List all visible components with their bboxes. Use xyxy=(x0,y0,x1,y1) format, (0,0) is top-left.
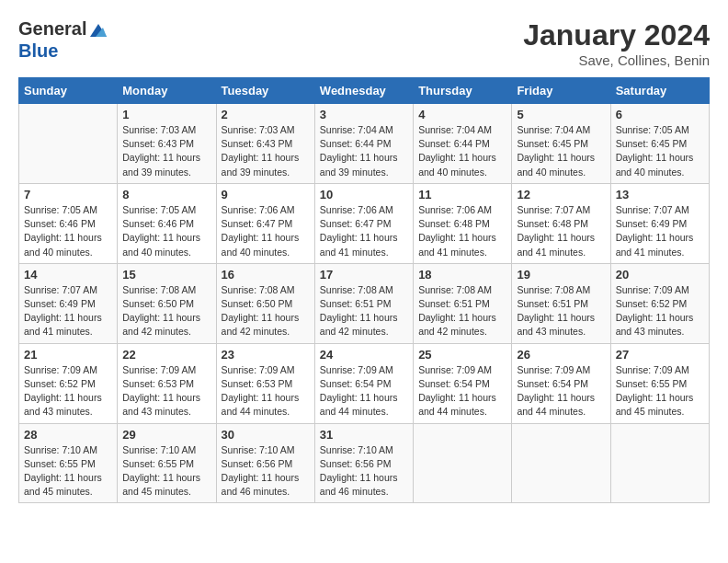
week-row-1: 1Sunrise: 7:03 AMSunset: 6:43 PMDaylight… xyxy=(19,104,710,184)
day-info: Sunrise: 7:09 AMSunset: 6:52 PMDaylight:… xyxy=(616,283,704,339)
day-number: 11 xyxy=(418,188,506,201)
day-number: 12 xyxy=(517,188,605,201)
day-cell xyxy=(512,423,610,503)
day-number: 19 xyxy=(517,268,605,282)
day-info: Sunrise: 7:08 AMSunset: 6:50 PMDaylight:… xyxy=(222,283,310,339)
day-cell: 11Sunrise: 7:06 AMSunset: 6:48 PMDayligh… xyxy=(414,183,512,263)
day-cell xyxy=(19,104,118,184)
day-info: Sunrise: 7:06 AMSunset: 6:47 PMDaylight:… xyxy=(222,203,310,259)
header-cell-wednesday: Wednesday xyxy=(314,78,413,104)
logo-text: General xyxy=(18,18,108,40)
day-info: Sunrise: 7:03 AMSunset: 6:43 PMDaylight:… xyxy=(122,123,210,179)
day-number: 22 xyxy=(122,348,210,362)
day-cell: 21Sunrise: 7:09 AMSunset: 6:52 PMDayligh… xyxy=(19,343,118,423)
day-info: Sunrise: 7:10 AMSunset: 6:56 PMDaylight:… xyxy=(320,443,408,500)
header-cell-sunday: Sunday xyxy=(19,78,118,104)
day-info: Sunrise: 7:04 AMSunset: 6:45 PMDaylight:… xyxy=(517,123,605,179)
day-number: 10 xyxy=(320,188,408,201)
day-cell: 24Sunrise: 7:09 AMSunset: 6:54 PMDayligh… xyxy=(314,343,413,423)
day-cell: 14Sunrise: 7:07 AMSunset: 6:49 PMDayligh… xyxy=(19,263,118,343)
day-number: 26 xyxy=(517,348,605,362)
day-info: Sunrise: 7:07 AMSunset: 6:48 PMDaylight:… xyxy=(517,203,605,259)
day-number: 18 xyxy=(418,268,506,282)
day-cell: 13Sunrise: 7:07 AMSunset: 6:49 PMDayligh… xyxy=(610,183,709,263)
day-number: 23 xyxy=(222,348,310,362)
day-cell: 20Sunrise: 7:09 AMSunset: 6:52 PMDayligh… xyxy=(610,263,709,343)
day-cell: 17Sunrise: 7:08 AMSunset: 6:51 PMDayligh… xyxy=(314,263,413,343)
logo: General Blue xyxy=(18,18,108,61)
day-info: Sunrise: 7:05 AMSunset: 6:46 PMDaylight:… xyxy=(24,203,112,259)
day-cell: 10Sunrise: 7:06 AMSunset: 6:47 PMDayligh… xyxy=(314,183,413,263)
title-block: January 2024 Save, Collines, Benin xyxy=(523,18,710,68)
day-number: 21 xyxy=(24,348,112,362)
day-number: 5 xyxy=(517,108,605,121)
day-cell: 12Sunrise: 7:07 AMSunset: 6:48 PMDayligh… xyxy=(512,183,610,263)
day-number: 2 xyxy=(222,108,310,121)
day-cell: 18Sunrise: 7:08 AMSunset: 6:51 PMDayligh… xyxy=(414,263,512,343)
day-cell: 23Sunrise: 7:09 AMSunset: 6:53 PMDayligh… xyxy=(216,343,314,423)
day-number: 6 xyxy=(616,108,704,121)
day-info: Sunrise: 7:09 AMSunset: 6:52 PMDaylight:… xyxy=(24,363,112,419)
day-info: Sunrise: 7:05 AMSunset: 6:45 PMDaylight:… xyxy=(616,123,704,179)
day-info: Sunrise: 7:09 AMSunset: 6:54 PMDaylight:… xyxy=(517,363,605,419)
logo-icon xyxy=(88,20,108,40)
calendar-body: 1Sunrise: 7:03 AMSunset: 6:43 PMDaylight… xyxy=(19,104,710,503)
header-cell-monday: Monday xyxy=(118,78,216,104)
week-row-3: 14Sunrise: 7:07 AMSunset: 6:49 PMDayligh… xyxy=(19,263,710,343)
header-cell-friday: Friday xyxy=(512,78,610,104)
day-info: Sunrise: 7:09 AMSunset: 6:53 PMDaylight:… xyxy=(222,363,310,419)
day-cell: 8Sunrise: 7:05 AMSunset: 6:46 PMDaylight… xyxy=(118,183,216,263)
day-cell: 4Sunrise: 7:04 AMSunset: 6:44 PMDaylight… xyxy=(414,104,512,184)
day-cell: 19Sunrise: 7:08 AMSunset: 6:51 PMDayligh… xyxy=(512,263,610,343)
day-info: Sunrise: 7:04 AMSunset: 6:44 PMDaylight:… xyxy=(418,123,506,179)
day-number: 4 xyxy=(418,108,506,121)
day-number: 8 xyxy=(122,188,210,201)
day-cell: 31Sunrise: 7:10 AMSunset: 6:56 PMDayligh… xyxy=(314,423,413,503)
day-info: Sunrise: 7:10 AMSunset: 6:55 PMDaylight:… xyxy=(122,443,210,500)
day-info: Sunrise: 7:09 AMSunset: 6:53 PMDaylight:… xyxy=(122,363,210,419)
day-number: 9 xyxy=(222,188,310,201)
day-number: 25 xyxy=(418,348,506,362)
calendar-header: SundayMondayTuesdayWednesdayThursdayFrid… xyxy=(19,78,710,104)
day-number: 31 xyxy=(320,428,408,442)
day-cell: 25Sunrise: 7:09 AMSunset: 6:54 PMDayligh… xyxy=(414,343,512,423)
day-cell: 26Sunrise: 7:09 AMSunset: 6:54 PMDayligh… xyxy=(512,343,610,423)
day-cell: 28Sunrise: 7:10 AMSunset: 6:55 PMDayligh… xyxy=(19,423,118,503)
day-number: 30 xyxy=(222,428,310,442)
day-number: 24 xyxy=(320,348,408,362)
day-info: Sunrise: 7:05 AMSunset: 6:46 PMDaylight:… xyxy=(122,203,210,259)
day-info: Sunrise: 7:10 AMSunset: 6:56 PMDaylight:… xyxy=(222,443,310,500)
day-cell: 1Sunrise: 7:03 AMSunset: 6:43 PMDaylight… xyxy=(118,104,216,184)
day-number: 3 xyxy=(320,108,408,121)
day-info: Sunrise: 7:09 AMSunset: 6:55 PMDaylight:… xyxy=(616,363,704,419)
day-info: Sunrise: 7:08 AMSunset: 6:51 PMDaylight:… xyxy=(320,283,408,339)
week-row-2: 7Sunrise: 7:05 AMSunset: 6:46 PMDaylight… xyxy=(19,183,710,263)
header-cell-saturday: Saturday xyxy=(610,78,709,104)
day-cell xyxy=(610,423,709,503)
calendar-table: SundayMondayTuesdayWednesdayThursdayFrid… xyxy=(18,77,710,503)
page-header: General Blue January 2024 Save, Collines… xyxy=(18,18,710,68)
day-number: 29 xyxy=(122,428,210,442)
day-info: Sunrise: 7:04 AMSunset: 6:44 PMDaylight:… xyxy=(320,123,408,179)
day-cell: 29Sunrise: 7:10 AMSunset: 6:55 PMDayligh… xyxy=(118,423,216,503)
day-info: Sunrise: 7:09 AMSunset: 6:54 PMDaylight:… xyxy=(320,363,408,419)
day-info: Sunrise: 7:09 AMSunset: 6:54 PMDaylight:… xyxy=(418,363,506,419)
day-info: Sunrise: 7:07 AMSunset: 6:49 PMDaylight:… xyxy=(24,283,112,339)
day-cell xyxy=(414,423,512,503)
day-number: 27 xyxy=(616,348,704,362)
day-number: 1 xyxy=(122,108,210,121)
calendar-title: January 2024 xyxy=(523,18,710,52)
day-number: 14 xyxy=(24,268,112,282)
day-cell: 15Sunrise: 7:08 AMSunset: 6:50 PMDayligh… xyxy=(118,263,216,343)
day-cell: 16Sunrise: 7:08 AMSunset: 6:50 PMDayligh… xyxy=(216,263,314,343)
day-cell: 27Sunrise: 7:09 AMSunset: 6:55 PMDayligh… xyxy=(610,343,709,423)
day-info: Sunrise: 7:06 AMSunset: 6:47 PMDaylight:… xyxy=(320,203,408,259)
header-row: SundayMondayTuesdayWednesdayThursdayFrid… xyxy=(19,78,710,104)
day-info: Sunrise: 7:08 AMSunset: 6:51 PMDaylight:… xyxy=(517,283,605,339)
day-number: 13 xyxy=(616,188,704,201)
calendar-subtitle: Save, Collines, Benin xyxy=(523,52,710,68)
header-cell-thursday: Thursday xyxy=(414,78,512,104)
day-number: 17 xyxy=(320,268,408,282)
week-row-5: 28Sunrise: 7:10 AMSunset: 6:55 PMDayligh… xyxy=(19,423,710,503)
day-number: 15 xyxy=(122,268,210,282)
